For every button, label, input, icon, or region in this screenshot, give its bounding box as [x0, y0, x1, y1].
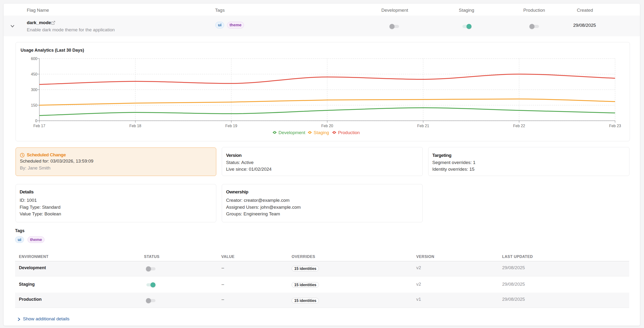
svg-text:150: 150: [31, 103, 37, 107]
svg-text:Development: Development: [278, 130, 306, 135]
svg-text:600: 600: [31, 57, 37, 61]
svg-text:Feb 17: Feb 17: [34, 124, 46, 128]
svg-text:0: 0: [35, 119, 37, 123]
svg-text:Feb 18: Feb 18: [130, 124, 142, 128]
svg-text:Production: Production: [338, 130, 360, 135]
svg-text:Feb 19: Feb 19: [225, 124, 237, 128]
svg-text:450: 450: [31, 72, 37, 76]
svg-text:Feb 22: Feb 22: [513, 124, 525, 128]
svg-text:Feb 23: Feb 23: [609, 124, 621, 128]
svg-text:Feb 21: Feb 21: [417, 124, 429, 128]
svg-text:Staging: Staging: [314, 130, 329, 135]
svg-text:Feb 20: Feb 20: [321, 124, 333, 128]
svg-text:300: 300: [31, 88, 37, 92]
